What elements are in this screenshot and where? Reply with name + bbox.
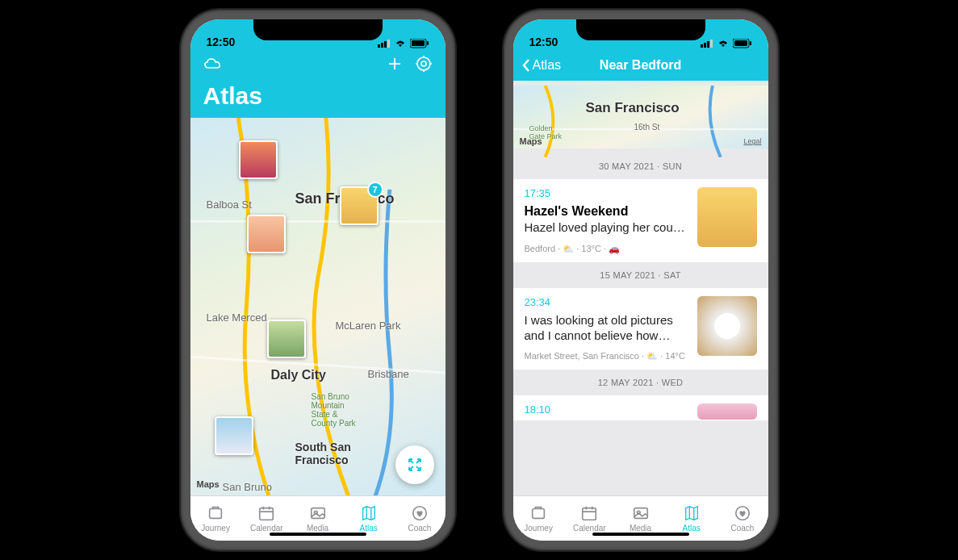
thumb-count-badge: 7: [367, 182, 383, 198]
map-photo-thumb[interactable]: [239, 140, 278, 179]
header: Atlas: [190, 50, 446, 118]
page-title: Atlas: [203, 82, 433, 110]
legal-link[interactable]: Legal: [743, 137, 761, 145]
home-indicator: [592, 533, 689, 536]
entry-thumb: [697, 187, 757, 247]
map-photo-thumb[interactable]: 7: [340, 186, 379, 225]
status-indicators: [701, 39, 752, 48]
map-label: Lake Merced: [207, 311, 267, 324]
maps-attribution: Maps: [520, 136, 542, 146]
svg-rect-29: [750, 41, 751, 45]
date-header: 12 MAY 2021 · WED: [513, 370, 768, 395]
mini-map[interactable]: San Francisco 16th St Golden Gate Park M…: [513, 81, 768, 153]
tab-coach[interactable]: Coach: [717, 496, 768, 541]
tab-label: Media: [307, 524, 328, 533]
map-label: South San Francisco: [295, 441, 351, 466]
journal-entry[interactable]: 18:10: [513, 395, 768, 420]
map-label: San Bruno Mountain State & County Park: [312, 392, 356, 428]
add-icon[interactable]: [386, 55, 404, 76]
svg-rect-3: [387, 40, 390, 48]
map-label: McLaren Park: [336, 320, 401, 332]
svg-rect-28: [734, 40, 747, 46]
svg-rect-25: [707, 41, 709, 48]
svg-rect-6: [427, 41, 429, 45]
tab-label: Coach: [408, 524, 431, 533]
svg-rect-23: [701, 44, 703, 48]
journal-entry[interactable]: 23:34 I was looking at old pictures and …: [513, 288, 768, 370]
svg-rect-1: [381, 43, 383, 48]
entry-meta: Bedford · ⛅ · 13°C · 🚗: [525, 244, 688, 254]
entry-time: 18:10: [525, 403, 688, 416]
map-label: Balboa St: [207, 199, 252, 211]
entries-list[interactable]: San Francisco 16th St Golden Gate Park M…: [513, 81, 768, 495]
tab-label: Calendar: [573, 524, 606, 533]
maps-attribution: Maps: [197, 479, 220, 489]
tab-label: Coach: [730, 524, 754, 533]
svg-rect-30: [533, 509, 545, 519]
svg-rect-2: [384, 41, 387, 48]
svg-rect-31: [583, 508, 596, 520]
map[interactable]: San Francisco Balboa St Lake Merced McLa…: [190, 118, 446, 495]
svg-rect-16: [260, 508, 274, 520]
map-label: Brisbane: [368, 368, 409, 380]
expand-map-button[interactable]: [395, 445, 434, 484]
journal-entry[interactable]: 17:35 Hazel's Weekend Hazel loved playin…: [513, 179, 768, 262]
entry-time: 23:34: [525, 296, 688, 308]
map-label-city: San Francisco: [586, 100, 680, 116]
status-time: 12:50: [529, 36, 558, 48]
entry-text: I was looking at old pictures and I cann…: [525, 313, 688, 344]
tab-label: Calendar: [250, 524, 283, 533]
notch: [576, 19, 705, 40]
svg-rect-5: [412, 40, 425, 46]
date-header: 15 MAY 2021 · SAT: [513, 262, 768, 288]
svg-rect-24: [704, 43, 706, 48]
svg-rect-26: [710, 40, 713, 48]
phone-mockup-near-bedford: 12:50 Atlas Near Bedford San Franc: [504, 10, 778, 550]
tab-label: Media: [630, 524, 651, 533]
svg-rect-35: [634, 508, 647, 519]
entry-title: Hazel's Weekend: [525, 204, 688, 219]
status-time: 12:50: [207, 36, 236, 48]
tab-label: Atlas: [683, 524, 701, 533]
tab-coach[interactable]: Coach: [394, 496, 445, 541]
tab-journey[interactable]: Journey: [513, 496, 564, 541]
map-label: Daly City: [271, 368, 326, 382]
tab-label: Atlas: [360, 524, 378, 533]
svg-point-10: [421, 61, 426, 66]
gear-icon[interactable]: [415, 55, 433, 76]
cloud-icon[interactable]: [203, 56, 223, 74]
map-photo-thumb[interactable]: [267, 320, 306, 358]
status-indicators: [378, 39, 429, 48]
entry-thumb: [697, 296, 757, 356]
phone-mockup-atlas: 12:50 Atlas: [181, 10, 455, 550]
back-label: Atlas: [533, 58, 562, 73]
entry-text: Hazel loved playing her cousi…: [525, 220, 688, 236]
home-indicator: [270, 533, 366, 536]
page-title: Near Bedford: [600, 58, 681, 73]
svg-rect-20: [311, 508, 324, 519]
tab-journey[interactable]: Journey: [190, 496, 241, 541]
tab-label: Journey: [201, 524, 230, 533]
svg-rect-15: [210, 509, 222, 519]
entry-time: 17:35: [525, 187, 688, 199]
map-photo-thumb[interactable]: [215, 416, 253, 455]
map-label: San Bruno: [223, 481, 272, 493]
back-button[interactable]: Atlas: [521, 58, 562, 73]
svg-rect-0: [378, 44, 380, 48]
map-photo-thumb[interactable]: [247, 215, 286, 253]
entry-meta: Market Street, San Francisco · ⛅ · 14°C: [525, 351, 688, 361]
notch: [253, 19, 383, 40]
map-label: 16th St: [634, 123, 660, 132]
entry-thumb: [697, 403, 757, 420]
svg-point-9: [417, 57, 430, 70]
header: Atlas Near Bedford: [513, 50, 768, 81]
tab-label: Journey: [524, 524, 553, 533]
